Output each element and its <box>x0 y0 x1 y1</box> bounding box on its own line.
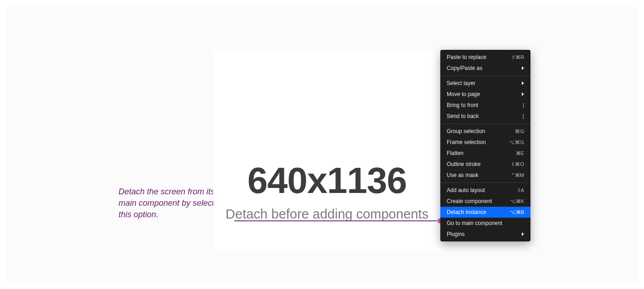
menu-item-label: Frame selection <box>447 139 505 145</box>
annotation-text: Detach the screen from its main componen… <box>119 186 226 221</box>
menu-item-shortcut: ⌥⌘K <box>510 198 524 204</box>
chevron-right-icon <box>522 232 524 236</box>
menu-item-outline-stroke[interactable]: Outline stroke⇧⌘O <box>440 159 530 170</box>
context-menu: Paste to replace⇧⌘RCopy/Paste asSelect l… <box>440 50 530 241</box>
chevron-right-icon <box>522 81 524 85</box>
menu-separator <box>440 182 530 183</box>
menu-item-label: Go to main component <box>447 220 524 226</box>
menu-item-select-layer[interactable]: Select layer <box>440 78 530 89</box>
menu-item-send-to-back[interactable]: Send to back[ <box>440 111 530 122</box>
menu-item-label: Create component <box>447 198 506 204</box>
menu-item-shortcut: ⇧⌘R <box>511 54 524 60</box>
menu-separator <box>440 75 530 76</box>
menu-item-plugins[interactable]: Plugins <box>440 229 530 240</box>
menu-item-shortcut: ⌘G <box>515 128 524 134</box>
menu-item-group-selection[interactable]: Group selection⌘G <box>440 126 530 137</box>
menu-item-detach-instance[interactable]: Detach instance⌥⌘B <box>440 207 530 218</box>
menu-item-move-to-page[interactable]: Move to page <box>440 89 530 100</box>
menu-item-label: Send to back <box>447 113 519 119</box>
menu-item-label: Use as mask <box>447 172 507 178</box>
menu-item-label: Copy/Paste as <box>447 65 518 71</box>
menu-item-bring-to-front[interactable]: Bring to front] <box>440 100 530 111</box>
menu-item-frame-selection[interactable]: Frame selection⌥⌘G <box>440 137 530 148</box>
menu-item-label: Group selection <box>447 128 511 134</box>
menu-separator <box>440 123 530 124</box>
menu-item-label: Bring to front <box>447 102 519 108</box>
canvas-subtitle: Detach before adding components <box>226 207 428 222</box>
menu-item-shortcut: ] <box>523 102 524 108</box>
menu-item-use-as-mask[interactable]: Use as mask⌃⌘M <box>440 170 530 181</box>
menu-item-label: Flatten <box>447 150 512 156</box>
chevron-right-icon <box>522 66 524 70</box>
menu-item-paste-to-replace[interactable]: Paste to replace⇧⌘R <box>440 52 530 63</box>
menu-item-label: Select layer <box>447 80 518 86</box>
page-card: Detach the screen from its main componen… <box>5 5 639 284</box>
menu-item-label: Move to page <box>447 91 518 97</box>
menu-item-create-component[interactable]: Create component⌥⌘K <box>440 196 530 207</box>
canvas-frame: 640x1136 Detach before adding components <box>213 52 441 252</box>
menu-item-add-auto-layout[interactable]: Add auto layout⇧A <box>440 185 530 196</box>
menu-item-label: Detach instance <box>447 209 506 215</box>
menu-item-shortcut: [ <box>523 113 524 119</box>
menu-item-copy-paste-as[interactable]: Copy/Paste as <box>440 63 530 74</box>
menu-item-label: Outline stroke <box>447 161 507 167</box>
annotation-line <box>234 220 438 221</box>
canvas-dimension-text: 640x1136 <box>248 160 407 202</box>
menu-item-label: Paste to replace <box>447 54 508 60</box>
menu-item-shortcut: ⇧A <box>517 187 524 193</box>
chevron-right-icon <box>522 92 524 96</box>
menu-item-shortcut: ⌃⌘M <box>511 172 524 178</box>
menu-item-label: Add auto layout <box>447 187 513 193</box>
menu-item-shortcut: ⌘E <box>516 150 524 156</box>
menu-item-shortcut: ⌥⌘B <box>510 209 524 215</box>
menu-item-flatten[interactable]: Flatten⌘E <box>440 148 530 159</box>
menu-item-go-to-main-component[interactable]: Go to main component <box>440 218 530 229</box>
menu-item-shortcut: ⇧⌘O <box>511 161 524 167</box>
menu-item-label: Plugins <box>447 231 518 237</box>
menu-item-shortcut: ⌥⌘G <box>509 139 524 145</box>
